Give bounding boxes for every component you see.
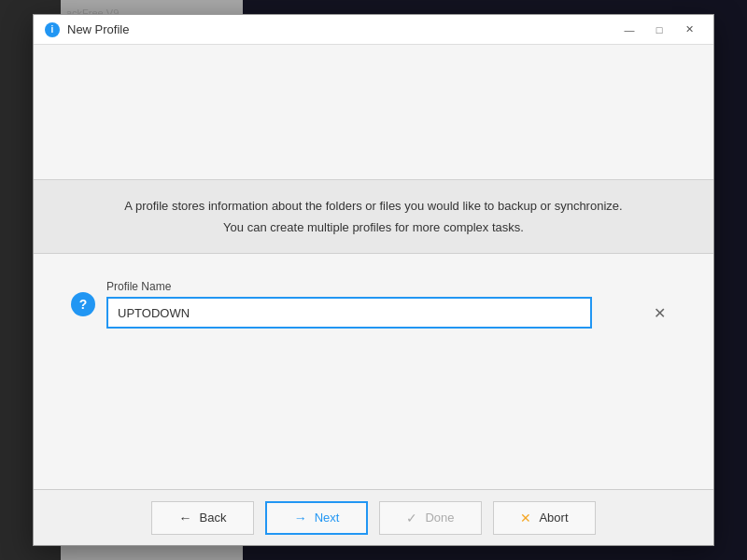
dialog-title: New Profile — [67, 22, 616, 36]
info-line1: A profile stores information about the f… — [71, 199, 676, 213]
abort-icon: ✕ — [520, 511, 531, 525]
back-button[interactable]: ← Back — [151, 501, 254, 535]
form-section: ? Profile Name ✕ — [34, 254, 713, 355]
next-label: Next — [315, 511, 340, 525]
content-top — [34, 45, 713, 179]
info-line2: You can create multiple profiles for mor… — [71, 220, 676, 234]
close-button[interactable]: ✕ — [676, 21, 702, 39]
dialog-footer: ← Back → Next ✓ Done ✕ Abort — [34, 489, 713, 545]
dialog-body: A profile stores information about the f… — [34, 45, 713, 489]
abort-button[interactable]: ✕ Abort — [493, 501, 596, 535]
new-profile-dialog: i New Profile — □ ✕ A profile stores inf… — [33, 14, 714, 546]
done-label: Done — [425, 511, 454, 525]
done-icon: ✓ — [406, 511, 417, 525]
form-row: ? Profile Name ✕ — [71, 280, 676, 329]
abort-label: Abort — [539, 511, 568, 525]
content-bottom — [34, 355, 713, 489]
dialog-icon: i — [45, 22, 60, 37]
minimize-button[interactable]: — — [616, 21, 642, 39]
profile-name-label: Profile Name — [106, 280, 676, 293]
profile-name-group: Profile Name ✕ — [106, 280, 676, 329]
back-icon: ← — [179, 511, 192, 525]
next-icon: → — [294, 511, 307, 525]
info-section: A profile stores information about the f… — [34, 179, 713, 254]
input-wrapper: ✕ — [106, 297, 676, 329]
profile-name-input[interactable] — [106, 297, 592, 329]
back-label: Back — [200, 511, 227, 525]
help-icon[interactable]: ? — [71, 292, 95, 316]
maximize-button[interactable]: □ — [646, 21, 672, 39]
next-button[interactable]: → Next — [265, 501, 368, 535]
dialog-titlebar: i New Profile — □ ✕ — [34, 15, 713, 45]
done-button[interactable]: ✓ Done — [379, 501, 482, 535]
clear-input-button[interactable]: ✕ — [648, 301, 670, 324]
titlebar-controls: — □ ✕ — [616, 21, 702, 39]
dialog-overlay: i New Profile — □ ✕ A profile stores inf… — [0, 0, 747, 560]
